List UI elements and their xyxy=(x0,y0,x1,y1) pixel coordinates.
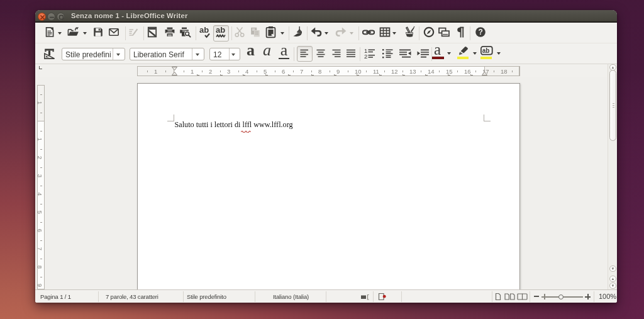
svg-text:2: 2 xyxy=(364,53,367,60)
svg-text:ab: ab xyxy=(216,26,225,35)
svg-text:ab: ab xyxy=(199,26,209,35)
svg-text:ab: ab xyxy=(482,47,490,54)
svg-text:?: ? xyxy=(478,28,482,36)
